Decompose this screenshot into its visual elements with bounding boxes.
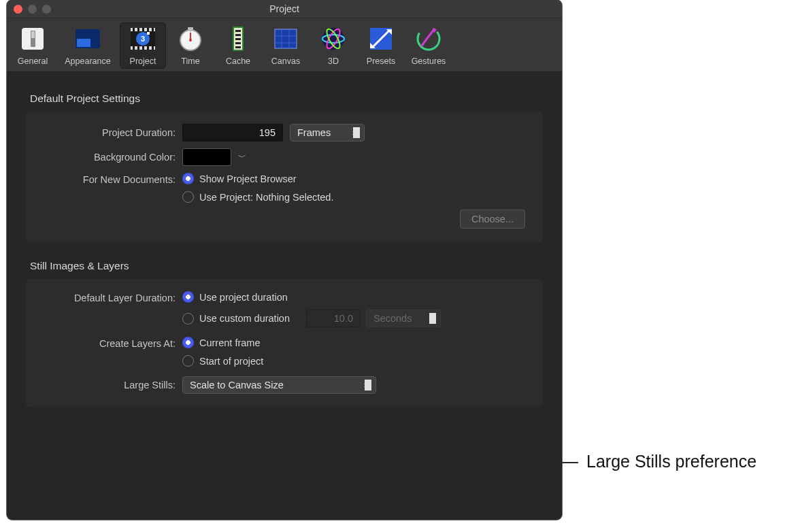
tab-label: General [18, 56, 48, 66]
color-disclosure-icon[interactable]: ﹀ [238, 152, 246, 163]
svg-rect-15 [142, 46, 144, 50]
tab-label: Appearance [65, 56, 110, 66]
svg-point-46 [414, 24, 444, 54]
svg-rect-33 [275, 29, 297, 48]
tab-gestures[interactable]: Gestures [405, 22, 452, 69]
label-project-duration: Project Duration: [39, 127, 176, 138]
popup-value: Frames [297, 127, 331, 138]
radio-indicator-icon [182, 337, 194, 348]
project-duration-field[interactable] [182, 124, 283, 142]
svg-rect-14 [137, 46, 139, 50]
popup-value: Seconds [373, 313, 412, 324]
tab-label: Gestures [412, 56, 446, 66]
tab-presets[interactable]: Presets [358, 22, 404, 69]
svg-rect-9 [137, 28, 139, 31]
canvas-icon [271, 24, 301, 54]
svg-line-47 [422, 29, 434, 46]
section-title-default-project: Default Project Settings [30, 93, 543, 105]
preferences-toolbar: General Appearance 3 Pro [7, 18, 562, 72]
svg-rect-11 [147, 28, 149, 31]
svg-rect-23 [190, 29, 191, 32]
tab-label: Presets [367, 56, 395, 66]
cache-icon [223, 24, 253, 54]
row-new-documents: For New Documents: Show Project Browser … [39, 173, 529, 203]
tab-cache[interactable]: Cache [215, 22, 261, 69]
callout-label: Large Stills preference [586, 452, 756, 471]
custom-duration-unit-popup: Seconds [366, 310, 441, 327]
row-project-duration: Project Duration: Frames [39, 124, 529, 142]
label-default-layer-duration: Default Layer Duration: [39, 291, 176, 303]
radio-use-project[interactable]: Use Project: Nothing Selected. [182, 191, 333, 203]
tab-canvas[interactable]: Canvas [263, 22, 309, 69]
callout-leader-line [404, 462, 578, 463]
tab-label: Project [130, 56, 156, 66]
radio-label: Use Project: Nothing Selected. [199, 192, 333, 203]
svg-point-25 [189, 39, 192, 41]
tab-3d[interactable]: 3D [310, 22, 356, 69]
row-large-stills: Large Stills: Scale to Canvas Size [39, 376, 529, 394]
radio-use-custom-duration[interactable]: Use custom duration Seconds [182, 310, 441, 327]
row-background-color: Background Color: ﹀ [39, 148, 529, 166]
label-large-stills: Large Stills: [39, 380, 176, 390]
svg-rect-29 [235, 34, 241, 36]
radio-indicator-icon [182, 291, 194, 303]
tab-label: Time [181, 56, 199, 66]
updown-arrows-icon [429, 310, 435, 327]
radio-label: Start of project [199, 356, 263, 367]
radio-indicator-icon [182, 191, 194, 203]
project-duration-unit-popup[interactable]: Frames [290, 124, 365, 142]
radio-indicator-icon [182, 173, 194, 184]
label-new-documents: For New Documents: [39, 173, 176, 185]
svg-text:3: 3 [141, 35, 145, 43]
panel-default-project-settings: Project Duration: Frames Background Colo… [26, 112, 543, 242]
tab-project[interactable]: 3 Project [120, 22, 166, 69]
radio-start-of-project[interactable]: Start of project [182, 355, 263, 367]
svg-rect-12 [152, 28, 154, 31]
large-stills-popup[interactable]: Scale to Canvas Size [182, 376, 376, 394]
svg-rect-4 [77, 39, 90, 47]
svg-rect-32 [235, 46, 241, 48]
updown-arrows-icon [352, 124, 359, 141]
svg-rect-30 [235, 38, 241, 40]
tab-time[interactable]: Time [167, 22, 214, 69]
choose-button[interactable]: Choose... [460, 210, 525, 229]
label-background-color: Background Color: [39, 152, 176, 163]
section-title-stills: Still Images & Layers [30, 260, 543, 272]
appearance-icon [73, 24, 103, 54]
tab-label: 3D [328, 56, 339, 66]
background-color-well[interactable] [182, 148, 231, 166]
row-choose-button: Choose... [39, 210, 529, 229]
popup-value: Scale to Canvas Size [190, 380, 284, 390]
general-icon [18, 24, 48, 54]
preferences-window: Project General Appearance [7, 0, 562, 520]
content-area: Default Project Settings Project Duratio… [7, 72, 562, 439]
svg-rect-28 [235, 30, 241, 32]
tab-label: Cache [226, 56, 250, 66]
project-icon: 3 [128, 24, 158, 54]
svg-rect-31 [235, 42, 241, 44]
time-icon [176, 24, 205, 54]
radio-indicator-icon [182, 355, 194, 367]
radio-label: Show Project Browser [199, 173, 297, 184]
radio-label: Use project duration [199, 292, 288, 303]
tab-general[interactable]: General [10, 22, 56, 69]
custom-duration-field [306, 310, 361, 327]
presets-icon [366, 24, 396, 54]
radio-label: Current frame [199, 337, 260, 348]
svg-rect-20 [147, 32, 150, 35]
radio-current-frame[interactable]: Current frame [182, 337, 263, 348]
three-d-icon [318, 24, 348, 54]
svg-rect-17 [152, 46, 154, 50]
titlebar: Project [7, 0, 562, 18]
radio-use-project-duration[interactable]: Use project duration [182, 291, 441, 303]
row-create-layers-at: Create Layers At: Current frame Start of… [39, 337, 529, 367]
svg-rect-13 [133, 46, 135, 50]
label-create-layers-at: Create Layers At: [39, 337, 176, 349]
radio-show-project-browser[interactable]: Show Project Browser [182, 173, 333, 184]
svg-rect-10 [142, 28, 144, 31]
tab-appearance[interactable]: Appearance [57, 22, 118, 69]
svg-rect-2 [31, 31, 35, 38]
svg-rect-8 [133, 28, 135, 31]
tab-label: Canvas [271, 56, 300, 66]
updown-arrows-icon [364, 377, 371, 393]
